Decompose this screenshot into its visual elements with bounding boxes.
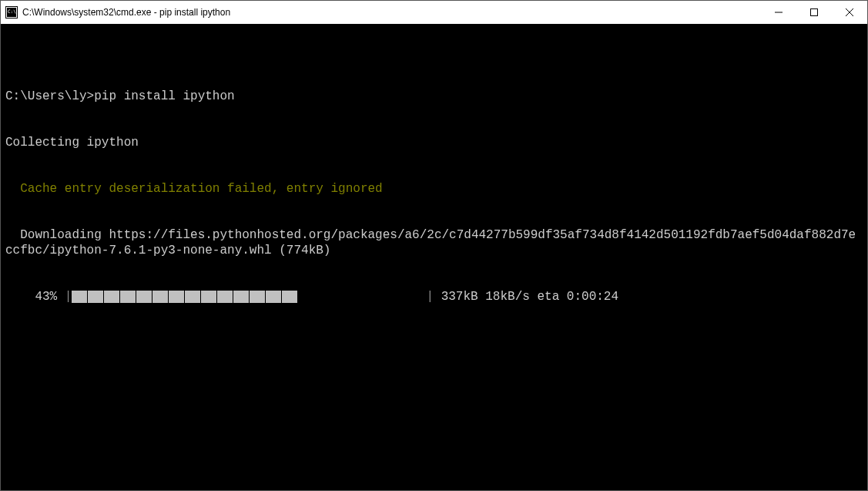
progress-block-filled bbox=[104, 291, 119, 303]
svg-rect-5 bbox=[811, 9, 818, 16]
progress-block-filled bbox=[217, 291, 233, 303]
terminal-line: Collecting ipython bbox=[5, 135, 863, 150]
minimize-button[interactable] bbox=[761, 1, 796, 24]
progress-block-filled bbox=[169, 291, 184, 303]
maximize-button[interactable] bbox=[796, 1, 832, 24]
terminal-warning-line: Cache entry deserialization failed, entr… bbox=[5, 181, 863, 197]
progress-block-filled bbox=[282, 291, 297, 303]
window-titlebar: C:\ C:\Windows\system32\cmd.exe - pip in… bbox=[1, 1, 867, 24]
progress-block-filled bbox=[185, 291, 200, 303]
progress-stats: 337kB 18kB/s eta 0:00:24 bbox=[434, 289, 618, 304]
progress-block-filled bbox=[250, 291, 265, 303]
progress-block-filled bbox=[88, 291, 103, 303]
progress-block-filled bbox=[120, 291, 136, 303]
progress-block-filled bbox=[72, 291, 87, 303]
progress-block-filled bbox=[136, 291, 152, 303]
svg-text:C:\: C:\ bbox=[8, 8, 16, 14]
close-button[interactable] bbox=[832, 1, 867, 24]
window-title: C:\Windows\system32\cmd.exe - pip instal… bbox=[22, 7, 761, 18]
progress-block-filled bbox=[266, 291, 281, 303]
terminal-output[interactable]: C:\Users\ly>pip install ipython Collecti… bbox=[1, 24, 867, 323]
progress-bar-open: | bbox=[65, 289, 72, 304]
progress-block-filled bbox=[233, 291, 249, 303]
progress-block-filled bbox=[201, 291, 216, 303]
terminal-line: Downloading https://files.pythonhosted.o… bbox=[5, 227, 863, 258]
terminal-prompt-line: C:\Users\ly>pip install ipython bbox=[5, 89, 863, 104]
window-controls bbox=[761, 1, 867, 24]
progress-bar-close: | bbox=[426, 289, 434, 304]
cmd-icon: C:\ bbox=[5, 6, 18, 18]
progress-block-filled bbox=[152, 291, 168, 303]
progress-bar-filled bbox=[72, 291, 298, 303]
progress-line: 43% | | 337kB 18kB/s eta 0:00:24 bbox=[5, 289, 863, 304]
progress-percent: 43% bbox=[5, 289, 65, 304]
